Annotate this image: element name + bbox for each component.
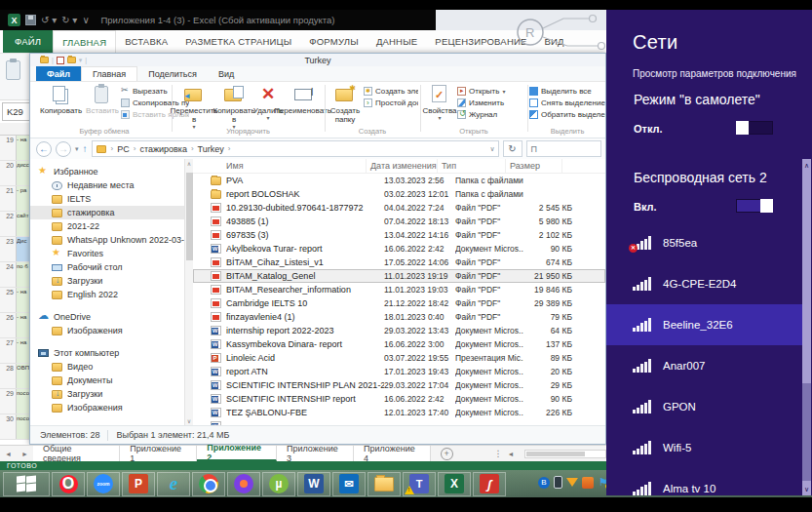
sheet-tab[interactable]: Общие сведения	[33, 446, 120, 461]
file-row[interactable]: 697835 (3)13.04.2022 14:16Файл "PDF"2 10…	[193, 228, 605, 242]
view-connection-settings-link[interactable]: Просмотр параметров подключения	[633, 68, 796, 79]
scrollbar-thumb[interactable]	[186, 173, 193, 260]
sheet-scroll-left-icon[interactable]: ◄	[0, 446, 17, 461]
breadcrumb-item[interactable]: стажировка	[137, 144, 189, 154]
cell-text-fragment[interactable]: - на	[17, 313, 29, 337]
row-number[interactable]: 26	[0, 313, 17, 337]
chrome-taskbar-button[interactable]	[192, 472, 225, 496]
triangle-tray-icon[interactable]	[566, 478, 578, 487]
row-number[interactable]: 19	[0, 136, 17, 160]
sidebar-item[interactable]: Недавние места	[30, 178, 184, 192]
breadcrumb-dropdown-icon[interactable]: ∨	[489, 145, 494, 153]
select-all-button[interactable]: Выделить все	[529, 86, 605, 97]
file-row[interactable]: Linoleic Acid03.07.2022 19:55Презентация…	[193, 351, 605, 365]
excel-tab-главная[interactable]: ГЛАВНАЯ	[53, 30, 116, 53]
file-row[interactable]: Kassymbekova Dinara- report16.06.2022 3:…	[193, 337, 605, 351]
file-row[interactable]: report BOLOSHAK03.02.2023 12:01Папка с ф…	[193, 187, 605, 201]
file-row[interactable]: SCIENTIFIC INTERNSHIP report16.06.2022 2…	[193, 392, 605, 406]
hscroll-left-icon[interactable]: ◄	[503, 446, 520, 461]
breadcrumb-item[interactable]: Turkey	[196, 144, 226, 154]
bluetooth-tray-icon[interactable]: B	[538, 477, 550, 489]
file-row[interactable]: report ATN17.01.2023 19:43Документ Micro…	[193, 365, 605, 378]
zoom-taskbar-button[interactable]: zoom	[87, 472, 120, 496]
row-number[interactable]: 25	[0, 288, 17, 312]
column-header-2[interactable]: Тип	[438, 159, 506, 173]
back-button[interactable]: ←	[36, 141, 52, 157]
cell-text-fragment[interactable]: ОВП	[17, 364, 29, 388]
aloha-taskbar-button[interactable]	[227, 472, 260, 496]
sheet-tab[interactable]: Приложение 2	[197, 446, 277, 461]
row-number[interactable]: 30	[0, 414, 17, 439]
history-dropdown-icon[interactable]: ▾	[75, 145, 79, 153]
new-sheet-button[interactable]: +	[441, 448, 453, 460]
start-button[interactable]	[3, 472, 50, 496]
cell-text-fragment[interactable]: посо	[17, 414, 29, 439]
scroll-down-icon[interactable]: ∨	[185, 417, 193, 424]
wifi-network-item[interactable]: GPON	[606, 386, 802, 427]
properties-button[interactable]: Свойства	[422, 84, 457, 123]
panel-scrollbar[interactable]: ∧ ∨	[802, 159, 811, 495]
history-button[interactable]: Журнал	[457, 109, 516, 120]
row-number[interactable]: 22	[0, 212, 17, 236]
cell-text-fragment[interactable]: Дис	[17, 237, 29, 261]
sidebar-item[interactable]: WhatsApp Unknown 2022-03-24 at 1	[30, 233, 184, 247]
sheet-tab[interactable]: Приложение 4	[354, 446, 431, 461]
cell-text-fragment[interactable]: посо	[17, 389, 29, 414]
row-number[interactable]: 23	[0, 237, 17, 261]
sidebar-item[interactable]: 2021-22	[30, 219, 184, 233]
row-number[interactable]: 24	[0, 262, 17, 287]
breadcrumb[interactable]: › PC›стажировка›Turkey›∨	[92, 140, 499, 157]
rename-button[interactable]: Переименовать	[283, 84, 323, 116]
sidebar-item[interactable]: Рабочий стол	[30, 260, 184, 274]
row-number[interactable]: 27	[0, 338, 17, 363]
file-row[interactable]: BİTAM_Cihaz_Listesi_v117.05.2022 14:06Фа…	[193, 256, 605, 269]
sheet-scroll-right-icon[interactable]: ►	[17, 446, 33, 461]
search-input[interactable]: П	[526, 140, 601, 157]
cell-text-fragment[interactable]: сайт	[17, 212, 29, 236]
excel-tab-формулы[interactable]: ФОРМУЛЫ	[300, 30, 367, 53]
file-row[interactable]: Cambridge IELTS 1021.12.2022 18:42Файл "…	[193, 296, 605, 310]
copy-button[interactable]: Копировать	[38, 84, 84, 116]
cell-text-fragment[interactable]: дисс	[17, 161, 29, 185]
easy-access-button[interactable]: Простой доступ	[364, 98, 418, 108]
file-row[interactable]: 493885 (1)07.04.2022 18:13Файл "PDF"5 98…	[193, 215, 605, 228]
teams-taskbar-button[interactable]: T	[403, 472, 436, 496]
new-folder-button[interactable]: Создать папку	[327, 84, 364, 125]
sheet-options-icon[interactable]: ⋮	[494, 449, 503, 458]
row-number[interactable]: 28	[0, 364, 17, 388]
excel-tab-вставка[interactable]: ВСТАВКА	[116, 30, 176, 53]
excel-tab-рецензирование[interactable]: РЕЦЕНЗИРОВАНИЕ	[426, 30, 535, 53]
cell-text-fragment[interactable]: - на	[17, 136, 29, 160]
forward-button[interactable]: →	[56, 141, 71, 157]
row-number[interactable]: 20	[0, 161, 17, 185]
open-button[interactable]: Открыть	[457, 86, 516, 97]
cell-text-fragment[interactable]: - на	[17, 288, 29, 312]
select-none-button[interactable]: Снять выделение	[529, 98, 605, 108]
file-row[interactable]: PVA13.03.2023 2:56Папка с файлами	[193, 174, 605, 187]
row-number[interactable]: 29	[0, 389, 17, 414]
wifi-network-item[interactable]: Wifi-5	[606, 427, 802, 468]
sidebar-item[interactable]: OneDrive	[30, 310, 184, 324]
wifi-network-item[interactable]: Beeline_32E6	[606, 304, 802, 345]
navigation-scrollbar[interactable]: ∧ ∨	[184, 159, 193, 425]
excel-name-box[interactable]: K29	[2, 102, 31, 121]
explorer-tab-файл[interactable]: Файл	[36, 66, 81, 81]
sheet-tab[interactable]: Приложение 1	[120, 446, 197, 461]
sidebar-item[interactable]: Загрузки	[30, 274, 184, 288]
sidebar-item[interactable]: Favorites	[30, 247, 184, 260]
wifi-network-item[interactable]: Anar007	[606, 345, 802, 386]
excel-tab-вид[interactable]: ВИД	[536, 30, 573, 53]
new-item-button[interactable]: Создать элемент	[364, 86, 418, 97]
file-row[interactable]: SCIENTIFIC INTERNSHIP PLAN 2021-202...29…	[193, 378, 605, 392]
up-button[interactable]: ↑	[83, 143, 88, 154]
paste-button[interactable]: Вставить	[84, 84, 121, 116]
cell-text-fragment[interactable]: - на	[17, 338, 29, 363]
excel-tab-разметка страницы[interactable]: РАЗМЕТКА СТРАНИЦЫ	[176, 30, 300, 53]
scroll-up-icon[interactable]: ∧	[802, 159, 811, 172]
airplane-mode-toggle[interactable]	[736, 121, 773, 135]
sidebar-item[interactable]: Документы	[30, 374, 184, 387]
excel-tab-данные[interactable]: ДАННЫЕ	[367, 30, 426, 53]
wireless-toggle[interactable]	[736, 199, 773, 213]
box-tray-icon[interactable]	[582, 477, 594, 489]
move-to-button[interactable]: Переместить в	[174, 84, 214, 132]
